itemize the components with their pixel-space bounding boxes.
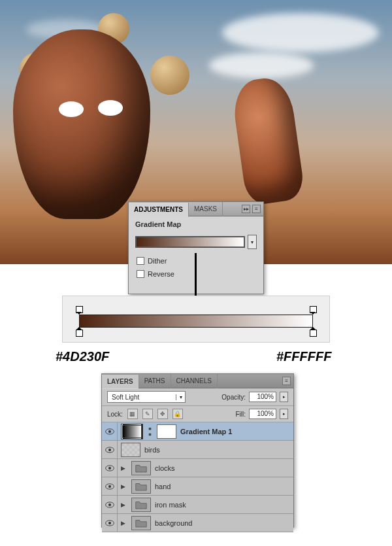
group-thumb	[131, 479, 151, 494]
disclosure-triangle-icon[interactable]: ▶	[121, 520, 127, 526]
tab-paths[interactable]: PATHS	[139, 374, 171, 388]
layers-panel: LAYERS PATHS CHANNELS ≡ Soft Light ▾ Opa…	[101, 373, 294, 528]
svg-point-5	[108, 466, 110, 469]
layer-name-label: birds	[144, 446, 160, 454]
opacity-stop-left[interactable]	[76, 306, 82, 314]
opacity-stop-right[interactable]	[310, 306, 316, 314]
layer-name-label: background	[155, 519, 193, 527]
adjustment-thumb	[121, 424, 143, 439]
layer-name-label: clocks	[155, 464, 175, 472]
svg-point-11	[108, 521, 110, 524]
panel-menu-icon[interactable]: ≡	[252, 205, 261, 213]
chevron-down-icon: ▾	[176, 394, 185, 400]
layers-panel-tabs: LAYERS PATHS CHANNELS ≡	[102, 374, 293, 388]
eye-icon	[105, 520, 114, 526]
eye-icon	[105, 447, 114, 453]
visibility-toggle[interactable]	[102, 441, 118, 458]
eye-icon	[105, 483, 114, 490]
layer-group-hand[interactable]: ▶ hand	[102, 477, 293, 496]
tab-masks[interactable]: MASKS	[189, 202, 223, 216]
gradient-editor	[62, 296, 330, 343]
svg-point-1	[108, 430, 110, 432]
reverse-checkbox[interactable]	[137, 270, 144, 278]
eye-icon	[105, 465, 114, 471]
svg-point-7	[108, 485, 110, 487]
adjustments-tabs: ADJUSTMENTS MASKS ▸▸ ≡	[129, 202, 263, 216]
visibility-toggle[interactable]	[102, 422, 118, 440]
svg-point-3	[108, 448, 110, 451]
blend-mode-select[interactable]: Soft Light ▾	[107, 391, 186, 403]
layer-name-label: iron mask	[155, 501, 186, 509]
lock-transparency-icon[interactable]: ▦	[127, 409, 138, 419]
mask-thumb	[157, 424, 176, 439]
gradient-ramp[interactable]	[79, 315, 313, 328]
layer-group-clocks[interactable]: ▶ clocks	[102, 459, 293, 477]
link-icon	[147, 427, 153, 436]
fill-input[interactable]: 100%	[249, 409, 276, 419]
opacity-label: Opacity:	[221, 394, 246, 401]
group-thumb	[131, 516, 151, 530]
reverse-label: Reverse	[148, 270, 174, 278]
opacity-input[interactable]: 100%	[249, 392, 276, 402]
tab-layers[interactable]: LAYERS	[102, 375, 139, 389]
svg-point-9	[108, 503, 110, 505]
blend-mode-value: Soft Light	[108, 394, 176, 401]
hex-end-label: #FFFFFF	[276, 349, 331, 364]
disclosure-triangle-icon[interactable]: ▶	[121, 483, 127, 490]
color-stop-right[interactable]	[310, 328, 316, 336]
iron-mask-head	[13, 29, 150, 219]
tab-adjustments[interactable]: ADJUSTMENTS	[129, 203, 189, 217]
layer-thumb	[121, 443, 140, 457]
dither-label: Dither	[148, 257, 167, 265]
color-stop-left[interactable]	[76, 328, 82, 336]
group-thumb	[131, 461, 151, 475]
gradient-dropdown-button[interactable]: ▾	[248, 235, 257, 249]
gradient-preview[interactable]	[135, 236, 245, 248]
layer-group-iron-mask[interactable]: ▶ iron mask	[102, 496, 293, 514]
visibility-toggle[interactable]	[102, 496, 118, 513]
tab-channels[interactable]: CHANNELS	[171, 374, 218, 388]
dither-checkbox[interactable]	[137, 257, 144, 265]
disclosure-triangle-icon[interactable]: ▶	[121, 465, 127, 471]
layer-birds[interactable]: birds	[102, 441, 293, 459]
layers-panel-menu-icon[interactable]: ≡	[282, 377, 291, 385]
folder-icon	[135, 500, 147, 509]
visibility-toggle[interactable]	[102, 477, 118, 495]
layer-name-label: hand	[155, 483, 171, 490]
folder-icon	[135, 464, 147, 473]
layer-list: Gradient Map 1 birds ▶ clocks	[102, 422, 293, 532]
visibility-toggle[interactable]	[102, 514, 118, 532]
opacity-flyout-button[interactable]: ▸	[280, 392, 288, 402]
eye-icon	[105, 428, 114, 435]
desert-hand	[230, 75, 306, 207]
fill-flyout-button[interactable]: ▸	[280, 409, 288, 419]
group-thumb	[131, 498, 151, 512]
hex-start-label: #4D230F	[56, 349, 109, 364]
layer-group-background[interactable]: ▶ background	[102, 514, 293, 532]
lock-all-icon[interactable]: 🔒	[172, 409, 183, 419]
layer-name-label: Gradient Map 1	[180, 428, 232, 435]
adjustment-type-title: Gradient Map	[135, 220, 257, 228]
panel-collapse-icon[interactable]: ▸▸	[242, 205, 250, 213]
folder-icon	[135, 482, 147, 491]
lock-pixels-icon[interactable]: ✎	[142, 409, 153, 419]
eye-icon	[105, 502, 114, 508]
visibility-toggle[interactable]	[102, 459, 118, 477]
folder-icon	[135, 519, 147, 528]
lock-position-icon[interactable]: ✥	[157, 409, 168, 419]
fill-label: Fill:	[235, 411, 246, 418]
layer-gradient-map-1[interactable]: Gradient Map 1	[102, 422, 293, 441]
disclosure-triangle-icon[interactable]: ▶	[121, 502, 127, 508]
lock-label: Lock:	[107, 411, 123, 418]
